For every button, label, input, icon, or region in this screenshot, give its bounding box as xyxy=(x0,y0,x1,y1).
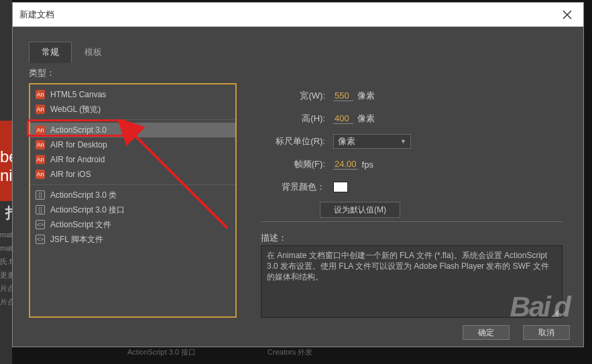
tab-bar: 常规 模板 xyxy=(29,42,115,63)
type-as-file[interactable]: <> ActionScript 文件 xyxy=(30,217,235,232)
description-text: 在 Animate 文档窗口中创建一个新的 FLA 文件 (*.fla)。系统会… xyxy=(261,245,563,318)
type-group-3: {} ActionScript 3.0 类 {} ActionScript 3.… xyxy=(30,185,235,249)
type-item-label: JSFL 脚本文件 xyxy=(50,234,103,245)
dialog-title: 新建文档 xyxy=(19,9,558,21)
type-actionscript3[interactable]: An ActionScript 3.0 xyxy=(30,123,235,137)
type-group-1: An HTML5 Canvas An WebGL (预览) xyxy=(30,84,235,120)
type-jsfl[interactable]: <> JSFL 脚本文件 xyxy=(30,232,235,247)
script-icon: <> xyxy=(36,235,45,244)
resize-grip-icon: ◢ xyxy=(551,307,562,318)
new-document-dialog: 新建文档 常规 模板 类型： An HTML5 Canvas An WebGL … xyxy=(12,2,584,347)
ruler-unit-select[interactable]: 像素 ▼ xyxy=(333,134,411,149)
height-input[interactable]: 400 xyxy=(333,113,353,124)
document-properties: 宽(W): 550 像素 高(H): 400 像素 标尺单位(R): 像素 ▼ … xyxy=(261,84,556,221)
fps-label: 帧频(F): xyxy=(261,158,325,170)
fps-unit: fps xyxy=(362,160,373,170)
type-item-label: HTML5 Canvas xyxy=(50,90,106,99)
type-webgl[interactable]: An WebGL (预览) xyxy=(30,102,235,117)
animate-icon: An xyxy=(36,105,45,114)
height-unit: 像素 xyxy=(357,113,375,125)
bgcolor-label: 背景颜色： xyxy=(261,181,325,193)
tab-template[interactable]: 模板 xyxy=(72,42,115,63)
type-group-2: An ActionScript 3.0 An AIR for Desktop A… xyxy=(30,120,235,185)
ruler-unit-label: 标尺单位(R): xyxy=(261,135,325,147)
animate-icon: An xyxy=(36,140,45,149)
height-label: 高(H): xyxy=(261,113,325,125)
type-label: 类型： xyxy=(29,67,55,79)
type-item-label: AIR for Desktop xyxy=(50,140,107,149)
tab-general[interactable]: 常规 xyxy=(29,42,72,63)
script-icon: {} xyxy=(36,190,45,200)
close-icon xyxy=(563,10,572,19)
width-input[interactable]: 550 xyxy=(333,90,353,101)
type-item-label: AIR for iOS xyxy=(50,170,91,179)
dialog-buttons: 确定 取消 xyxy=(463,325,570,340)
type-air-ios[interactable]: An AIR for iOS xyxy=(30,167,235,182)
ok-button[interactable]: 确定 xyxy=(463,325,510,340)
type-item-label: AIR for Android xyxy=(50,155,105,164)
chevron-down-icon: ▼ xyxy=(400,138,406,145)
dialog-titlebar: 新建文档 xyxy=(13,3,583,27)
fps-input[interactable]: 24.00 xyxy=(333,159,358,170)
cancel-button[interactable]: 取消 xyxy=(523,325,570,340)
type-item-label: WebGL (预览) xyxy=(50,104,101,115)
close-button[interactable] xyxy=(558,5,577,24)
description-label: 描述： xyxy=(261,232,287,244)
dialog-content: 常规 模板 类型： An HTML5 Canvas An WebGL (预览) … xyxy=(13,27,583,347)
type-as3-class[interactable]: {} ActionScript 3.0 类 xyxy=(30,188,235,202)
type-html5-canvas[interactable]: An HTML5 Canvas xyxy=(30,87,235,102)
set-default-button[interactable]: 设为默认值(M) xyxy=(320,202,400,218)
divider xyxy=(261,221,563,222)
bgcolor-swatch[interactable] xyxy=(333,182,348,192)
type-as3-interface[interactable]: {} ActionScript 3.0 接口 xyxy=(30,202,235,217)
width-unit: 像素 xyxy=(357,90,375,102)
script-icon: {} xyxy=(36,205,45,215)
type-item-label: ActionScript 3.0 接口 xyxy=(50,204,125,216)
type-air-android[interactable]: An AIR for Android xyxy=(30,152,235,167)
type-item-label: ActionScript 3.0 xyxy=(50,125,107,135)
document-type-list[interactable]: An HTML5 Canvas An WebGL (预览) An ActionS… xyxy=(29,83,237,318)
animate-icon: An xyxy=(36,155,45,164)
animate-icon: An xyxy=(36,170,45,179)
type-item-label: ActionScript 文件 xyxy=(50,219,111,231)
animate-icon: An xyxy=(36,90,45,99)
type-item-label: ActionScript 3.0 类 xyxy=(50,190,117,201)
type-air-desktop[interactable]: An AIR for Desktop xyxy=(30,137,235,152)
background-brand-tile: be ni xyxy=(0,121,12,201)
script-icon: <> xyxy=(36,220,45,229)
width-label: 宽(W): xyxy=(261,90,325,102)
animate-icon: An xyxy=(36,125,45,135)
ruler-unit-value: 像素 xyxy=(338,135,355,147)
background-footer-text: ActionScript 3.0 接口 Creators 外发 xyxy=(127,347,312,357)
